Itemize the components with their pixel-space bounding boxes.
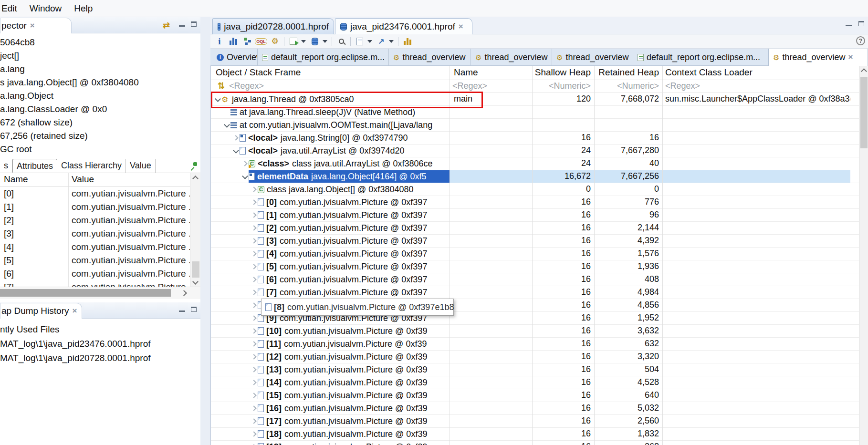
- cell-name[interactable]: [450, 338, 532, 350]
- table-row[interactable]: <local> java.util.ArrayList @ 0xf3974d20…: [211, 145, 868, 157]
- expand-arrow-icon[interactable]: [250, 353, 258, 361]
- maximize-icon[interactable]: [191, 21, 197, 27]
- cell-context-class-loader[interactable]: [662, 428, 850, 440]
- cell-name[interactable]: [450, 222, 532, 234]
- col-retained-heap[interactable]: Retained Heap: [594, 67, 659, 78]
- cell-shallow-heap[interactable]: 16: [532, 196, 594, 208]
- cell-retained-heap[interactable]: [594, 106, 662, 118]
- inspector-tab[interactable]: Value: [126, 159, 156, 173]
- cell-retained-heap[interactable]: 4,392: [594, 235, 662, 247]
- cell-shallow-heap[interactable]: 16: [532, 312, 594, 324]
- result-tab[interactable]: default_report org.eclipse.m...: [258, 49, 389, 66]
- dominator-tree-button[interactable]: [242, 37, 252, 46]
- cell-shallow-heap[interactable]: 16: [532, 428, 594, 440]
- cell-retained-heap[interactable]: 5,032: [594, 402, 662, 414]
- cell-name[interactable]: [450, 428, 532, 440]
- cell-retained-heap[interactable]: 7,667,256: [594, 170, 662, 183]
- cell-context-class-loader[interactable]: [662, 183, 850, 196]
- cell-retained-heap[interactable]: 16: [594, 132, 662, 144]
- cell-retained-heap[interactable]: 776: [594, 196, 662, 208]
- editor-tab[interactable]: java_pid23476.0001.hprof: [335, 18, 472, 34]
- cell-context-class-loader[interactable]: [662, 248, 850, 260]
- cell-object[interactable]: [2] com.yutian.jvisualvm.Picture @ 0xf39…: [211, 222, 450, 234]
- expand-arrow-icon[interactable]: [250, 392, 258, 399]
- cell-retained-heap[interactable]: 640: [594, 389, 662, 402]
- table-row[interactable]: [5] com.yutian.jvisualvm.Picture @ 0xf39…: [211, 260, 868, 273]
- cell-object[interactable]: at com.yutian.jvisualvm.OOMTest.main([Lj…: [211, 119, 450, 131]
- scroll-right-icon[interactable]: [180, 287, 190, 299]
- result-tab[interactable]: thread_overview: [471, 49, 552, 66]
- expand-arrow-icon[interactable]: [250, 237, 258, 245]
- filter-context[interactable]: <Regex>: [665, 81, 700, 91]
- cell-name[interactable]: [450, 441, 532, 445]
- cell-shallow-heap[interactable]: 0: [532, 183, 594, 196]
- result-tab[interactable]: thread_overview: [768, 49, 868, 66]
- cell-name[interactable]: [450, 157, 532, 170]
- cell-context-class-loader[interactable]: [662, 222, 850, 234]
- cell-context-class-loader[interactable]: [662, 196, 850, 208]
- expand-arrow-icon[interactable]: [250, 211, 258, 219]
- table-row[interactable]: class java.lang.Object[] @ 0xf3804080 0 …: [211, 183, 868, 196]
- search-button[interactable]: [336, 37, 346, 46]
- cell-shallow-heap[interactable]: 16: [532, 363, 594, 376]
- cell-context-class-loader[interactable]: [662, 363, 850, 376]
- cell-object[interactable]: [3] com.yutian.jvisualvm.Picture @ 0xf39…: [211, 235, 450, 247]
- cell-retained-heap[interactable]: 632: [594, 338, 662, 350]
- table-row[interactable]: elementData java.lang.Object[4164] @ 0xf…: [211, 170, 868, 183]
- cell-name[interactable]: [450, 260, 532, 273]
- cell-name[interactable]: [450, 402, 532, 414]
- inspector-tab[interactable]: Class Hierarchy: [57, 159, 126, 173]
- heap-actions-button[interactable]: [310, 37, 320, 46]
- column-divider[interactable]: [662, 66, 663, 445]
- close-icon[interactable]: [73, 306, 77, 316]
- cell-object[interactable]: [15] com.yutian.jvisualvm.Picture @ 0xf3…: [211, 389, 450, 402]
- cell-object[interactable]: [11] com.yutian.jvisualvm.Picture @ 0xf3…: [211, 338, 450, 350]
- table-row[interactable]: [1] com.yutian.jvisualvm.Picture @ 0xf39…: [211, 209, 868, 222]
- expand-arrow-icon[interactable]: [250, 366, 258, 373]
- cell-context-class-loader[interactable]: [662, 312, 850, 324]
- table-row[interactable]: [0] com.yutian.jvisualvm.Picture @ 0xf39…: [211, 196, 868, 209]
- attribute-row[interactable]: [5] com.yutian.jvisualvm.Picture ...: [0, 254, 200, 267]
- filter-name[interactable]: <Regex>: [452, 81, 487, 91]
- cell-shallow-heap[interactable]: 16: [532, 235, 594, 247]
- table-row[interactable]: [6] com.yutian.jvisualvm.Picture @ 0xf39…: [211, 273, 868, 286]
- expand-arrow-icon[interactable]: [214, 95, 221, 103]
- calculator-button[interactable]: [355, 37, 365, 46]
- table-row[interactable]: [17] com.yutian.jvisualvm.Picture @ 0xf3…: [211, 415, 868, 428]
- cell-shallow-heap[interactable]: 24: [532, 145, 594, 157]
- attributes-scrollbar[interactable]: [190, 173, 200, 287]
- expand-arrow-icon[interactable]: [250, 417, 258, 425]
- cell-context-class-loader[interactable]: [662, 209, 850, 221]
- cell-object[interactable]: [5] com.yutian.jvisualvm.Picture @ 0xf39…: [211, 260, 450, 273]
- table-row[interactable]: [10] com.yutian.jvisualvm.Picture @ 0xf3…: [211, 325, 868, 338]
- cell-object[interactable]: [6] com.yutian.jvisualvm.Picture @ 0xf39…: [211, 273, 450, 286]
- cell-shallow-heap[interactable]: 16: [532, 286, 594, 299]
- compare-dropdown[interactable]: [389, 40, 394, 43]
- scrollbar-thumb[interactable]: [860, 77, 868, 148]
- inspector-tab[interactable]: Attributes: [12, 159, 57, 173]
- menu-item[interactable]: Edit: [1, 3, 17, 14]
- filter-object[interactable]: <Regex>: [229, 81, 264, 91]
- minimize-icon[interactable]: [179, 21, 185, 27]
- cell-retained-heap[interactable]: 96: [594, 209, 662, 221]
- table-row[interactable]: java.lang.Thread @ 0xf3805ca0 main 120 7…: [211, 93, 868, 106]
- cell-retained-heap[interactable]: 1,952: [594, 312, 662, 324]
- cell-retained-heap[interactable]: 0: [594, 183, 662, 196]
- cell-context-class-loader[interactable]: [662, 338, 850, 350]
- cell-name[interactable]: [450, 106, 532, 118]
- expand-arrow-icon[interactable]: [250, 379, 258, 386]
- fast-view-icon[interactable]: [163, 20, 170, 31]
- cell-name[interactable]: [450, 325, 532, 337]
- cell-retained-heap[interactable]: 4,984: [594, 286, 662, 299]
- expand-arrow-icon[interactable]: [223, 108, 230, 116]
- table-row[interactable]: [7] com.yutian.jvisualvm.Picture @ 0xf39…: [211, 286, 868, 299]
- inspector-tab[interactable]: s: [0, 159, 12, 173]
- cell-name[interactable]: [450, 389, 532, 402]
- history-file-item[interactable]: MAT_log\1\java_pid20728.0001.hprof: [0, 351, 200, 365]
- run-report-button[interactable]: [289, 37, 298, 46]
- cell-context-class-loader[interactable]: [662, 376, 850, 389]
- cell-retained-heap[interactable]: 40: [594, 157, 662, 170]
- attribute-row[interactable]: [6] com.yutian.jvisualvm.Picture ...: [0, 267, 200, 280]
- thread-overview-button[interactable]: [270, 37, 280, 46]
- cell-retained-heap[interactable]: 4,856: [594, 299, 662, 311]
